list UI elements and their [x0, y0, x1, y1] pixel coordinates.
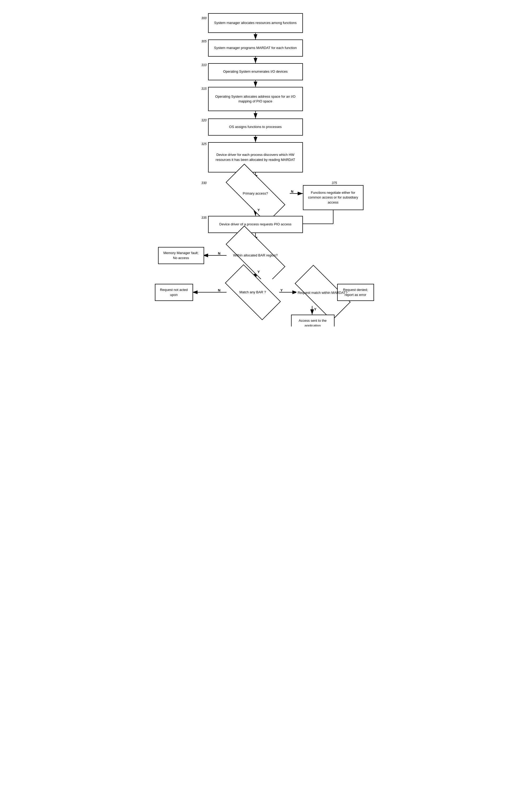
- box-300: System manager allocates resources among…: [208, 13, 303, 33]
- box-315-text: Operating System allocates address space…: [212, 94, 299, 104]
- diamond-340-text: Within allocated BAR region?: [233, 253, 278, 258]
- label-320: 320: [201, 118, 207, 122]
- box-320: OS assigns functions to processes: [208, 118, 303, 136]
- box-320-text: OS assigns functions to processes: [229, 124, 282, 129]
- box-315: Operating System allocates address space…: [208, 87, 303, 111]
- box-325: Device driver for each process discovers…: [208, 142, 303, 172]
- diamond-360: Request match within MARDAT?: [296, 280, 349, 306]
- box-345-text: Memory Manager fault; No access: [162, 251, 200, 260]
- label-350-n: N: [218, 288, 221, 292]
- label-330: 330: [201, 181, 207, 185]
- box-310-text: Operating System enumerates I/O devices: [223, 69, 288, 74]
- box-305-text: System manager programs MARDAT for each …: [214, 46, 297, 50]
- box-375-text: Functions negotiate either for common ac…: [307, 191, 360, 205]
- label-330-n: N: [291, 190, 293, 194]
- label-360-y: Y: [314, 307, 317, 311]
- box-375: Functions negotiate either for common ac…: [303, 185, 364, 210]
- box-325-text: Device driver for each process discovers…: [212, 152, 299, 162]
- label-375: 375: [332, 181, 337, 185]
- label-315: 315: [201, 87, 207, 91]
- box-310: Operating System enumerates I/O devices: [208, 63, 303, 80]
- box-335: Device driver of a process requests PIO …: [208, 216, 303, 233]
- label-300: 300: [201, 16, 207, 20]
- label-310: 310: [201, 63, 207, 67]
- box-335-text: Device driver of a process requests PIO …: [220, 222, 292, 227]
- diamond-330: Primary access?: [227, 180, 284, 207]
- flowchart-diagram: 300 System manager allocates resources a…: [150, 5, 366, 321]
- box-355: Request not acted upon: [155, 284, 193, 301]
- label-350-y: Y: [281, 288, 283, 292]
- diamond-330-text: Primary access?: [242, 191, 268, 196]
- box-370-text: Access sent to the application: [295, 318, 331, 326]
- label-340-y: Y: [258, 270, 260, 274]
- diamond-360-text: Request match within MARDAT?: [298, 290, 347, 295]
- box-305: System manager programs MARDAT for each …: [208, 39, 303, 57]
- label-325: 325: [201, 142, 207, 146]
- diamond-340: Within allocated BAR region?: [227, 242, 284, 268]
- label-340-n: N: [218, 252, 221, 255]
- diamond-350: Match any BAR ?: [227, 279, 279, 306]
- label-335: 335: [201, 216, 207, 220]
- label-305: 305: [201, 39, 207, 43]
- label-330-y: Y: [258, 208, 260, 212]
- diamond-350-text: Match any BAR ?: [239, 290, 266, 295]
- box-300-text: System manager allocates resources among…: [214, 21, 296, 25]
- box-345: Memory Manager fault; No access: [158, 247, 204, 264]
- box-370: Access sent to the application: [291, 315, 335, 326]
- box-355-text: Request not acted upon: [159, 288, 190, 297]
